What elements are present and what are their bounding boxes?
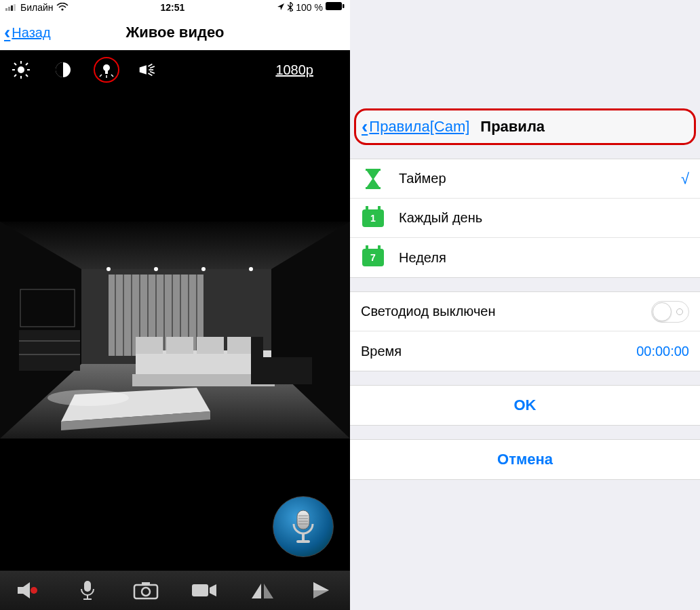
wifi-icon	[56, 2, 69, 13]
contrast-icon[interactable]	[52, 58, 75, 81]
svg-point-58	[154, 267, 158, 271]
time-row[interactable]: Время 00:00:00	[350, 331, 700, 371]
chevron-left-icon: ‹	[4, 22, 10, 43]
svg-line-20	[111, 75, 113, 77]
weekly-label: Неделя	[399, 250, 446, 266]
check-icon: √	[681, 170, 689, 188]
led-off-label: Светодиод выключен	[361, 304, 495, 319]
signal-icon	[5, 2, 18, 13]
daily-label: Каждый день	[399, 210, 482, 226]
calendar-day-icon: 1	[361, 209, 385, 227]
svg-line-24	[148, 73, 152, 75]
svg-rect-56	[251, 337, 263, 361]
brightness-icon[interactable]	[9, 58, 33, 81]
weekly-option[interactable]: 7 Неделя	[350, 238, 700, 277]
led-toggle[interactable]	[651, 301, 689, 323]
light-burst-icon[interactable]	[138, 58, 161, 81]
hourglass-icon	[361, 169, 385, 189]
svg-rect-43	[20, 289, 75, 327]
svg-rect-74	[142, 582, 150, 586]
timer-label: Таймер	[399, 171, 446, 186]
ok-group: OK	[350, 385, 700, 426]
led-off-row: Светодиод выключен	[350, 292, 700, 331]
mic-small-icon[interactable]	[74, 577, 101, 604]
svg-rect-50	[166, 337, 193, 354]
mute-icon[interactable]	[16, 577, 43, 604]
svg-rect-62	[297, 510, 309, 529]
svg-rect-76	[192, 584, 208, 596]
svg-line-12	[14, 63, 16, 65]
svg-point-59	[201, 267, 206, 271]
battery-pct: 100 %	[296, 2, 323, 13]
time-label: Время	[361, 344, 402, 359]
bottom-toolbar	[0, 571, 350, 610]
svg-line-25	[150, 66, 155, 68]
led-icon[interactable]	[94, 57, 119, 83]
svg-rect-55	[251, 357, 312, 384]
svg-rect-0	[5, 8, 7, 11]
rules-back-label: Правила[Cam]	[369, 118, 469, 136]
back-label: Назад	[12, 25, 50, 41]
cancel-button[interactable]: Отмена	[350, 440, 700, 479]
svg-rect-78	[366, 187, 381, 189]
ok-button[interactable]: OK	[350, 386, 700, 425]
svg-point-17	[103, 64, 110, 71]
svg-line-26	[150, 72, 155, 74]
svg-rect-44	[19, 330, 80, 371]
page-title: Живое видео	[0, 24, 350, 41]
svg-rect-71	[87, 595, 88, 598]
svg-point-7	[18, 66, 24, 73]
svg-rect-18	[105, 70, 108, 74]
resolution-button[interactable]: 1080p	[275, 62, 313, 78]
timer-option[interactable]: Таймер √	[350, 159, 700, 199]
svg-point-4	[61, 8, 63, 10]
svg-rect-45	[19, 340, 80, 342]
location-icon	[277, 2, 285, 13]
svg-point-61	[47, 390, 129, 406]
record-icon[interactable]	[191, 577, 218, 604]
video-controls: 1080p	[0, 50, 350, 89]
svg-line-15	[26, 63, 28, 65]
back-button[interactable]: ‹ Назад	[0, 22, 51, 43]
video-area: 1080p	[0, 50, 350, 610]
svg-rect-77	[366, 169, 381, 171]
svg-point-69	[31, 587, 37, 594]
svg-rect-5	[326, 2, 342, 10]
svg-point-75	[142, 588, 150, 596]
calendar-week-icon: 7	[361, 249, 385, 266]
rules-nav-bar: ‹ Правила[Cam] Правила	[354, 108, 696, 145]
nav-bar: ‹ Назад Живое видео	[0, 15, 350, 50]
svg-rect-2	[11, 5, 13, 11]
svg-line-13	[26, 75, 28, 77]
battery-icon	[326, 2, 345, 13]
svg-point-57	[106, 267, 111, 271]
mirror-icon[interactable]	[249, 577, 276, 604]
svg-rect-51	[197, 337, 224, 354]
push-to-talk-button[interactable]	[273, 496, 334, 557]
led-group: Светодиод выключен Время 00:00:00	[350, 291, 700, 371]
cancel-group: Отмена	[350, 439, 700, 480]
svg-point-60	[249, 267, 253, 271]
svg-rect-67	[302, 533, 305, 540]
svg-line-23	[148, 64, 152, 66]
rules-panel: ‹ Правила[Cam] Правила Таймер √ 1 Каждый…	[350, 0, 700, 610]
svg-rect-52	[227, 337, 254, 354]
svg-rect-49	[136, 337, 163, 354]
snapshot-icon[interactable]	[132, 577, 159, 604]
rules-title: Правила	[480, 118, 545, 136]
rules-back-button[interactable]: ‹ Правила[Cam]	[362, 116, 469, 138]
svg-rect-72	[83, 598, 92, 600]
clock: 12:51	[161, 2, 185, 13]
svg-line-19	[100, 75, 102, 77]
svg-rect-46	[19, 354, 80, 355]
svg-rect-6	[343, 4, 345, 8]
svg-rect-70	[84, 581, 91, 592]
carrier-label: Билайн	[20, 2, 54, 13]
svg-rect-3	[14, 4, 16, 11]
svg-line-14	[14, 75, 16, 77]
live-video-panel: Билайн 12:51 100 % ‹ Назад Живое видео	[0, 0, 350, 610]
daily-option[interactable]: 1 Каждый день	[350, 199, 700, 238]
svg-rect-68	[296, 540, 310, 543]
play-icon[interactable]	[307, 577, 334, 604]
bluetooth-icon	[288, 2, 293, 14]
